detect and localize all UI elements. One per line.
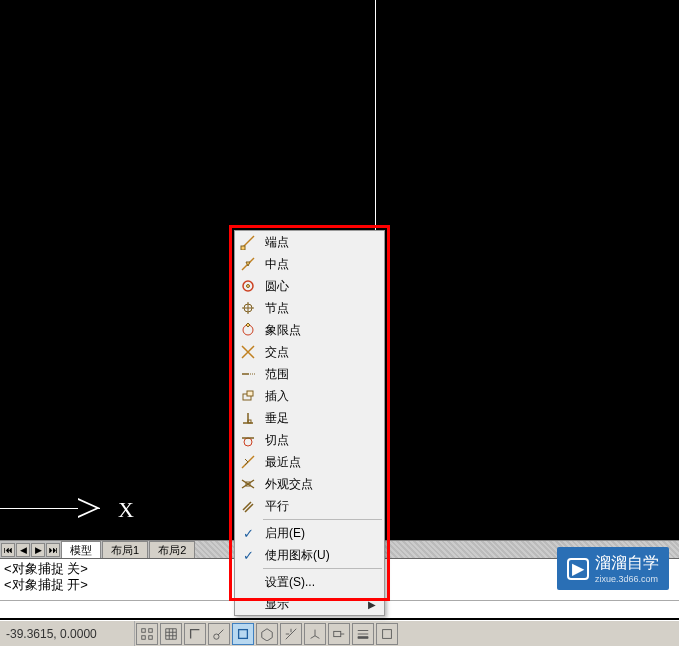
tab-layout1[interactable]: 布局1 (102, 541, 148, 559)
menu-label: 最近点 (261, 454, 380, 471)
menu-item-center[interactable]: 圆心 (235, 275, 384, 297)
nearest-icon (235, 451, 261, 473)
watermark-url: zixue.3d66.com (595, 574, 659, 584)
svg-point-10 (247, 285, 250, 288)
menu-label: 交点 (261, 344, 380, 361)
watermark-badge: ▶ 溜溜自学 zixue.3d66.com (557, 547, 669, 590)
parallel-icon (235, 495, 261, 517)
menu-item-perpendicular[interactable]: 垂足 (235, 407, 384, 429)
menu-item-midpoint[interactable]: 中点 (235, 253, 384, 275)
axis-label-x: X (118, 497, 134, 523)
grid-button[interactable] (160, 623, 182, 645)
tab-layout2[interactable]: 布局2 (149, 541, 195, 559)
menu-separator (263, 519, 382, 520)
check-icon: ✓ (235, 544, 261, 566)
menu-item-intersection[interactable]: 交点 (235, 341, 384, 363)
menu-item-display[interactable]: 显示 ▶ (235, 593, 384, 615)
osnap-button[interactable] (232, 623, 254, 645)
menu-label: 象限点 (261, 322, 380, 339)
check-icon: ✓ (235, 522, 261, 544)
menu-label: 使用图标(U) (261, 547, 380, 564)
menu-item-parallel[interactable]: 平行 (235, 495, 384, 517)
menu-separator (263, 568, 382, 569)
intersection-icon (235, 341, 261, 363)
status-bar: -39.3615, 0.0000 (0, 620, 679, 646)
svg-rect-0 (142, 628, 146, 632)
menu-item-enable[interactable]: ✓ 启用(E) (235, 522, 384, 544)
menu-label: 节点 (261, 300, 380, 317)
tab-model[interactable]: 模型 (61, 541, 101, 559)
endpoint-icon (235, 231, 261, 253)
tpy-button[interactable] (376, 623, 398, 645)
svg-rect-1 (149, 628, 153, 632)
menu-label: 范围 (261, 366, 380, 383)
3dosnap-button[interactable] (256, 623, 278, 645)
menu-label: 显示 (261, 596, 368, 613)
empty-icon (235, 571, 261, 593)
menu-label: 插入 (261, 388, 380, 405)
menu-label: 圆心 (261, 278, 380, 295)
tangent-icon (235, 429, 261, 451)
ortho-button[interactable] (184, 623, 206, 645)
ducs-button[interactable] (304, 623, 326, 645)
coordinate-readout[interactable]: -39.3615, 0.0000 (0, 621, 135, 646)
menu-item-apparent-intersection[interactable]: 外观交点 (235, 473, 384, 495)
menu-label: 端点 (261, 234, 380, 251)
tab-scroll-next[interactable]: ▶ (31, 543, 45, 557)
svg-rect-15 (248, 420, 251, 423)
extension-icon (235, 363, 261, 385)
menu-label: 平行 (261, 498, 380, 515)
perpendicular-icon (235, 407, 261, 429)
svg-rect-2 (142, 635, 146, 639)
lwt-button[interactable] (352, 623, 374, 645)
svg-rect-3 (149, 635, 153, 639)
menu-label: 设置(S)... (261, 574, 380, 591)
insert-icon (235, 385, 261, 407)
osnap-context-menu: 端点 中点 圆心 节点 象限点 交点 范围 插入 垂足 切点 最近点 (234, 230, 385, 616)
menu-label: 外观交点 (261, 476, 380, 493)
axis-arrow-head (78, 498, 100, 518)
menu-item-quadrant[interactable]: 象限点 (235, 319, 384, 341)
menu-item-tangent[interactable]: 切点 (235, 429, 384, 451)
quadrant-icon (235, 319, 261, 341)
svg-point-16 (244, 438, 252, 446)
menu-item-insert[interactable]: 插入 (235, 385, 384, 407)
tab-scroll-last[interactable]: ⏭ (46, 543, 60, 557)
menu-item-endpoint[interactable]: 端点 (235, 231, 384, 253)
submenu-arrow-icon: ▶ (368, 599, 380, 610)
menu-item-node[interactable]: 节点 (235, 297, 384, 319)
polar-button[interactable] (208, 623, 230, 645)
svg-rect-5 (239, 629, 248, 638)
dyn-button[interactable] (328, 623, 350, 645)
svg-rect-14 (247, 391, 253, 396)
menu-label: 切点 (261, 432, 380, 449)
menu-item-extension[interactable]: 范围 (235, 363, 384, 385)
center-icon (235, 275, 261, 297)
svg-rect-8 (241, 246, 245, 250)
play-icon: ▶ (567, 558, 589, 580)
apparent-intersection-icon (235, 473, 261, 495)
empty-icon (235, 593, 261, 615)
watermark-title: 溜溜自学 (595, 554, 659, 571)
menu-item-settings[interactable]: 设置(S)... (235, 571, 384, 593)
menu-label: 中点 (261, 256, 380, 273)
svg-rect-6 (334, 631, 341, 636)
midpoint-icon (235, 253, 261, 275)
snap-mode-button[interactable] (136, 623, 158, 645)
tab-scroll-prev[interactable]: ◀ (16, 543, 30, 557)
node-icon (235, 297, 261, 319)
menu-item-nearest[interactable]: 最近点 (235, 451, 384, 473)
menu-label: 垂足 (261, 410, 380, 427)
svg-rect-7 (383, 629, 392, 638)
tab-scroll-first[interactable]: ⏮ (1, 543, 15, 557)
otrack-button[interactable] (280, 623, 302, 645)
menu-label: 启用(E) (261, 525, 380, 542)
menu-item-use-icons[interactable]: ✓ 使用图标(U) (235, 544, 384, 566)
